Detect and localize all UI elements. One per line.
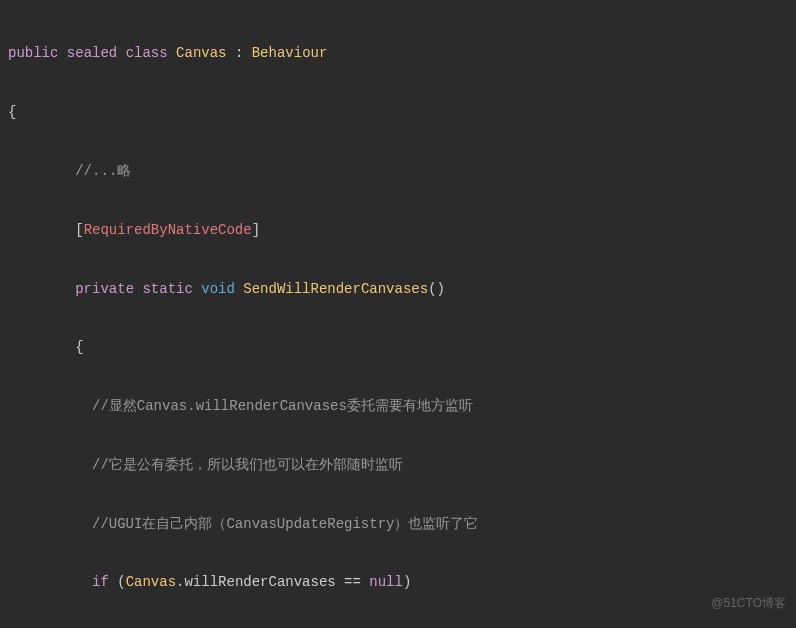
keyword-static: static xyxy=(142,281,192,297)
paren-close: ) xyxy=(403,574,411,590)
keyword-class: class xyxy=(126,45,168,61)
attribute: RequiredByNativeCode xyxy=(84,222,252,238)
open-brace: { xyxy=(75,339,83,355)
bracket-open: [ xyxy=(75,222,83,238)
comment: //...略 xyxy=(75,163,131,179)
equals: == xyxy=(336,574,370,590)
code-line: [RequiredByNativeCode] xyxy=(8,216,788,245)
watermark-text: @51CTO博客 xyxy=(711,591,786,616)
comment: //UGUI在自己内部（CanvasUpdateRegistry）也监听了它 xyxy=(92,516,478,532)
code-line: if (Canvas.willRenderCanvases == null) xyxy=(8,568,788,597)
keyword-sealed: sealed xyxy=(67,45,117,61)
method-name: SendWillRenderCanvases xyxy=(243,281,428,297)
code-container: public sealed class Canvas : Behaviour {… xyxy=(8,10,788,628)
paren-open: ( xyxy=(109,574,126,590)
code-line: { xyxy=(8,98,788,127)
colon: : xyxy=(227,45,252,61)
class-name: Canvas xyxy=(176,45,226,61)
code-line: { xyxy=(8,333,788,362)
keyword-if: if xyxy=(92,574,109,590)
code-line: //显然Canvas.willRenderCanvases委托需要有地方监听 xyxy=(8,392,788,421)
open-brace: { xyxy=(8,104,16,120)
code-line: //...略 xyxy=(8,157,788,186)
type-ref: Canvas xyxy=(126,574,176,590)
comment: //它是公有委托，所以我们也可以在外部随时监听 xyxy=(92,457,403,473)
parens: () xyxy=(428,281,445,297)
keyword-public: public xyxy=(8,45,58,61)
keyword-void: void xyxy=(201,281,235,297)
code-line: public sealed class Canvas : Behaviour xyxy=(8,39,788,68)
code-line: //它是公有委托，所以我们也可以在外部随时监听 xyxy=(8,451,788,480)
keyword-private: private xyxy=(75,281,134,297)
bracket-close: ] xyxy=(252,222,260,238)
base-class: Behaviour xyxy=(252,45,328,61)
property: willRenderCanvases xyxy=(184,574,335,590)
keyword-null: null xyxy=(369,574,403,590)
comment: //显然Canvas.willRenderCanvases委托需要有地方监听 xyxy=(92,398,473,414)
code-line: //UGUI在自己内部（CanvasUpdateRegistry）也监听了它 xyxy=(8,510,788,539)
code-line: private static void SendWillRenderCanvas… xyxy=(8,275,788,304)
